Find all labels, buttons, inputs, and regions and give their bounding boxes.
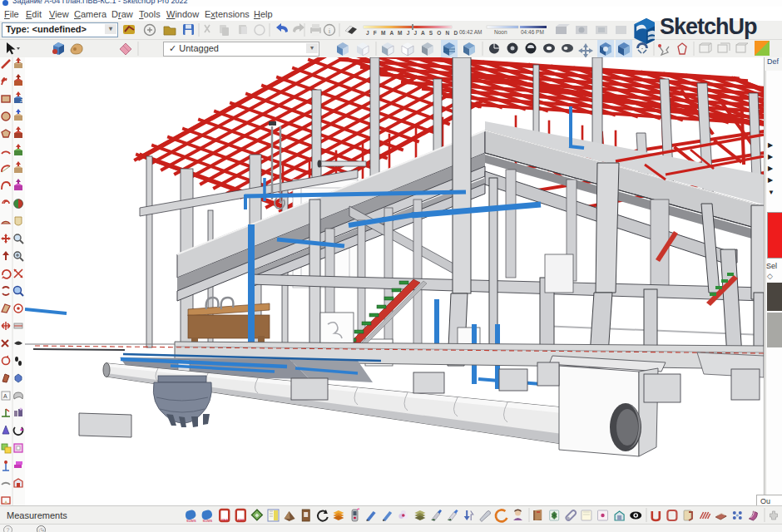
- svg-text:04:46 PM: 04:46 PM: [521, 29, 544, 35]
- svg-text:i: i: [329, 27, 331, 35]
- svg-text:J: J: [20, 98, 22, 103]
- svg-text:J F M A M J J A S O N D: J F M A M J J A S O N D: [366, 30, 459, 36]
- svg-text:Noon: Noon: [494, 29, 507, 35]
- svg-text:A: A: [3, 393, 7, 399]
- svg-text:06:42 AM: 06:42 AM: [459, 29, 482, 35]
